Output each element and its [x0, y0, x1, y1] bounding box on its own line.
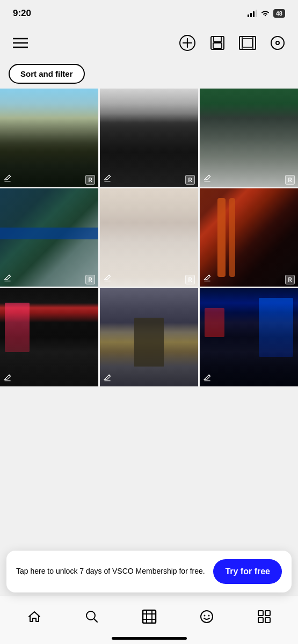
- photo-cell-2[interactable]: R: [100, 89, 198, 187]
- membership-banner: Tap here to unlock 7 days of VSCO Member…: [6, 551, 292, 592]
- r-badge-6: R: [285, 275, 295, 284]
- viewfinder-button[interactable]: [268, 33, 287, 53]
- svg-rect-34: [258, 611, 263, 616]
- save-button[interactable]: [208, 33, 227, 53]
- edit-icon-6: [203, 274, 212, 284]
- photo-overlay-7: [0, 371, 98, 386]
- status-time: 9:20: [13, 8, 31, 19]
- nav-search[interactable]: [78, 603, 105, 630]
- photo-grid: R R R R: [0, 89, 298, 386]
- photo-cell-5[interactable]: R: [100, 188, 198, 287]
- svg-point-32: [203, 614, 205, 616]
- photo-overlay-9: [200, 371, 298, 386]
- photo-overlay-4: R: [0, 272, 98, 287]
- photo-overlay-6: R: [200, 272, 298, 287]
- bottom-nav: [0, 596, 298, 644]
- toolbar: [0, 27, 298, 59]
- toolbar-right: [178, 33, 287, 53]
- svg-line-25: [94, 619, 97, 622]
- photo-cell-7[interactable]: [0, 288, 98, 386]
- svg-rect-10: [239, 36, 242, 49]
- add-button[interactable]: [178, 33, 197, 53]
- wifi-icon: [260, 10, 270, 17]
- svg-rect-11: [253, 36, 256, 49]
- r-badge-3: R: [285, 175, 295, 185]
- banner-text: Tap here to unlock 7 days of VSCO Member…: [16, 566, 207, 577]
- svg-rect-12: [243, 39, 252, 47]
- edit-icon-8: [103, 374, 112, 384]
- photo-cell-1[interactable]: R: [0, 89, 98, 187]
- edit-icon-1: [3, 174, 12, 185]
- r-badge-4: R: [85, 275, 95, 284]
- photo-overlay-8: [100, 371, 198, 386]
- edit-icon-2: [103, 174, 112, 185]
- svg-rect-7: [214, 36, 221, 42]
- nav-discover[interactable]: [193, 603, 220, 630]
- svg-point-14: [276, 41, 279, 45]
- edit-icon-7: [3, 374, 12, 384]
- photo-cell-9[interactable]: [200, 288, 298, 386]
- svg-rect-37: [265, 618, 270, 623]
- svg-rect-36: [258, 618, 263, 623]
- edit-icon-9: [203, 374, 212, 384]
- svg-point-13: [271, 36, 284, 49]
- nav-crop[interactable]: [136, 603, 163, 630]
- photo-overlay-3: R: [200, 172, 298, 187]
- svg-rect-26: [143, 610, 156, 623]
- r-badge-1: R: [85, 175, 95, 185]
- svg-rect-35: [265, 611, 270, 616]
- home-indicator: [112, 637, 187, 640]
- filmstrip-button[interactable]: [238, 33, 257, 53]
- photo-cell-3[interactable]: R: [200, 89, 298, 187]
- signal-icon: [248, 10, 257, 17]
- photo-cell-8[interactable]: [100, 288, 198, 386]
- svg-rect-8: [213, 43, 222, 48]
- photo-cell-4[interactable]: R: [0, 188, 98, 287]
- nav-home[interactable]: [21, 603, 48, 630]
- svg-point-31: [201, 611, 213, 623]
- photo-overlay-5: R: [100, 272, 198, 287]
- edit-icon-3: [203, 174, 212, 185]
- r-badge-2: R: [185, 175, 195, 185]
- nav-profile[interactable]: [251, 603, 278, 630]
- status-icons: 48: [248, 9, 285, 18]
- menu-button[interactable]: [11, 33, 30, 53]
- photo-cell-6[interactable]: R: [200, 188, 298, 287]
- status-bar: 9:20 48: [0, 0, 298, 27]
- r-badge-5: R: [185, 275, 195, 284]
- svg-point-33: [208, 614, 209, 616]
- edit-icon-4: [3, 274, 12, 284]
- battery-indicator: 48: [273, 9, 285, 18]
- edit-icon-5: [103, 274, 112, 284]
- photo-overlay-2: R: [100, 172, 198, 187]
- sort-filter-button[interactable]: Sort and filter: [9, 64, 85, 84]
- photo-overlay-1: R: [0, 172, 98, 187]
- try-for-free-button[interactable]: Try for free: [213, 559, 282, 584]
- filter-bar: Sort and filter: [0, 59, 298, 89]
